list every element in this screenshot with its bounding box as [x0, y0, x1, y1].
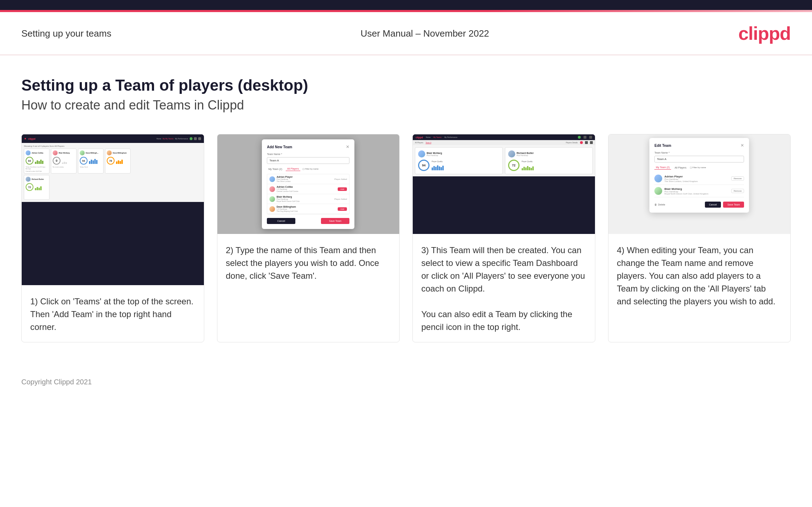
card-2: Add New Team ✕ Team Name * My Team (2) A…	[217, 134, 400, 342]
card-4-text: 4) When editing your Team, you can chang…	[608, 234, 791, 342]
edit-player-avatar-1	[654, 175, 662, 182]
player-item-4: Dave Billingham 1.5 Handicap The Dog Map…	[267, 204, 349, 214]
card-3-text: 3) This Team will then be created. You c…	[413, 234, 595, 342]
player-item-2: Adrian Coliba 1.5 Handicap Central Londo…	[267, 184, 349, 194]
modal-title: Add New Team	[267, 145, 292, 149]
edit-team-modal: Edit Team ✕ Team Name * My Team (2) All …	[649, 138, 749, 213]
player-item-1: Adrian Player Plus Handicap The Shire Lo…	[267, 174, 349, 184]
delete-label: Delete	[658, 203, 665, 206]
card-2-screenshot: Add New Team ✕ Team Name * My Team (2) A…	[217, 134, 400, 234]
edit-tab-all-players[interactable]: All Players	[673, 166, 688, 170]
page-subtitle: How to create and edit Teams in Clippd	[21, 98, 791, 113]
card-3-description: 3) This Team will then be created. You c…	[421, 244, 586, 333]
team-name-label: Team Name *	[267, 153, 349, 155]
edit-save-button[interactable]: Save Team	[723, 202, 744, 208]
edit-player-item-2: Blair McHarg Plus Handicap Royal North D…	[654, 185, 744, 197]
footer: Copyright Clippd 2021	[0, 371, 812, 393]
card-2-description: 2) Type the name of this Team and then s…	[226, 244, 391, 282]
main-content: Setting up a Team of players (desktop) H…	[0, 55, 812, 371]
player-3-status: Player Added	[334, 198, 347, 200]
player-avatar-2	[269, 186, 275, 192]
edit-team-name-label: Team Name *	[654, 151, 744, 154]
player-item-3: Blair McHarg Plus Handicap Royal North D…	[267, 194, 349, 204]
card-4-description: 4) When editing your Team, you can chang…	[617, 244, 782, 308]
nav-dot-1	[25, 138, 26, 139]
card-3: clippd Home My Teams My Performance All …	[412, 134, 595, 342]
filter-label: Filter by name	[305, 168, 318, 170]
card-1-text: 1) Click on 'Teams' at the top of the sc…	[22, 285, 204, 342]
modal-save-button[interactable]: Save Team	[321, 218, 349, 224]
modal-cancel-button[interactable]: Cancel	[267, 218, 295, 224]
modal-tab-my-team[interactable]: My Team (2)	[267, 167, 284, 171]
card-4: Edit Team ✕ Team Name * My Team (2) All …	[608, 134, 791, 342]
top-bar	[0, 0, 812, 10]
delete-team-button[interactable]: 🗑 Delete	[654, 203, 665, 206]
player-1-status: Player Added	[334, 178, 347, 180]
player-list: Adrian Player Plus Handicap The Shire Lo…	[267, 174, 349, 214]
remove-player-1-button[interactable]: Remove	[731, 176, 744, 181]
edit-modal-footer: 🗑 Delete Cancel Save Team	[654, 202, 744, 208]
edit-tab-my-team[interactable]: My Team (2)	[654, 165, 671, 170]
modal-close-icon[interactable]: ✕	[346, 144, 349, 149]
edit-modal-title: Edit Team	[654, 144, 671, 148]
card-1-description: 1) Click on 'Teams' at the top of the sc…	[30, 295, 195, 333]
cards-row: clippd Home My My Teams My Performance S…	[21, 134, 791, 342]
card-1-screenshot: clippd Home My My Teams My Performance S…	[22, 134, 204, 285]
trash-icon: 🗑	[654, 203, 657, 206]
header: Setting up your teams User Manual – Nove…	[0, 12, 812, 55]
modal-tab-all-players[interactable]: All Players	[286, 167, 300, 171]
add-player-2-button[interactable]: Add	[338, 187, 347, 191]
header-center-text: User Manual – November 2022	[360, 28, 489, 39]
edit-cancel-button[interactable]: Cancel	[705, 202, 721, 208]
team-name-input[interactable]	[267, 157, 349, 164]
copyright-text: Copyright Clippd 2021	[21, 378, 92, 386]
card-3-screenshot: clippd Home My Teams My Performance All …	[413, 134, 595, 234]
card-2-text: 2) Type the name of this Team and then s…	[217, 234, 400, 342]
player-avatar-4	[269, 206, 275, 212]
edit-team-name-input[interactable]	[654, 156, 744, 162]
clippd-logo-small: clippd	[28, 138, 36, 140]
logo: clippd	[738, 23, 791, 44]
player-avatar-1	[269, 176, 275, 182]
edit-filter-label: Filter by name	[692, 166, 706, 169]
card-1: clippd Home My My Teams My Performance S…	[21, 134, 204, 342]
player-avatar-3	[269, 196, 275, 202]
page-title: Setting up a Team of players (desktop)	[21, 76, 791, 94]
header-left-text: Setting up your teams	[21, 28, 111, 39]
card-4-screenshot: Edit Team ✕ Team Name * My Team (2) All …	[608, 134, 791, 234]
edit-player-item-1: Adrian Player Plus Handicap The Shire Lo…	[654, 172, 744, 185]
remove-player-2-button[interactable]: Remove	[731, 189, 744, 193]
add-team-modal: Add New Team ✕ Team Name * My Team (2) A…	[262, 139, 354, 229]
add-player-4-button[interactable]: Add	[338, 207, 347, 211]
edit-player-avatar-2	[654, 187, 662, 195]
edit-modal-close-icon[interactable]: ✕	[740, 143, 744, 148]
